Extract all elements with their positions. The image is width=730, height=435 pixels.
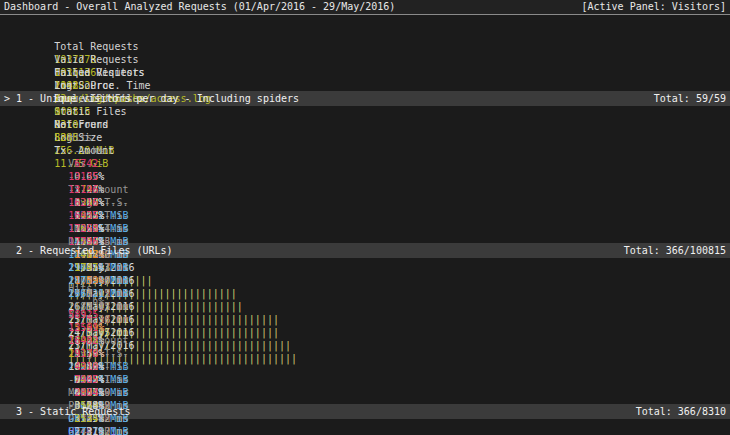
summary-row: Total Requests 1037278 Unique Visitors 1… bbox=[0, 27, 730, 40]
hits-cell: 16216 bbox=[68, 196, 98, 209]
dashboard-title: Dashboard - Overall Analyzed Requests (0… bbox=[4, 0, 395, 14]
hits-cell: 9178 bbox=[68, 347, 98, 360]
visitors-percent-cell: 2.31% bbox=[68, 425, 104, 435]
hits-cell: 4310 bbox=[68, 360, 98, 373]
hits-header: Hits bbox=[68, 131, 98, 144]
active-panel-indicator: [Active Panel: Visitors] bbox=[582, 0, 727, 14]
panel3-total: Total: 366/8310 bbox=[636, 404, 726, 419]
hits-cell: 16035 bbox=[68, 209, 98, 222]
hits-cell: 16482 bbox=[68, 334, 98, 347]
panel1-total: Total: 59/59 bbox=[654, 91, 726, 106]
hits-cell: 58925 bbox=[68, 308, 98, 321]
summary-label: Failed Requests bbox=[54, 66, 144, 79]
hits-cell: 13135 bbox=[68, 170, 98, 183]
summary-overview: Total Requests 1037278 Unique Visitors 1… bbox=[0, 27, 730, 79]
panel3-header[interactable]: 3 - Static Requests Total: 366/8310 bbox=[0, 404, 730, 419]
panel2-title: 2 - Requested Files (URLs) bbox=[4, 243, 173, 258]
hits-header: ----- bbox=[68, 295, 98, 308]
hits-cell: 6742 bbox=[68, 157, 98, 170]
hits-header: Hits bbox=[68, 282, 98, 295]
hits-cell: 17268 bbox=[68, 222, 98, 235]
panel1-title: > 1 - Unique visitors per day - Includin… bbox=[4, 91, 299, 106]
summary-label: Total Requests bbox=[54, 40, 144, 53]
hits-header: ----- bbox=[68, 144, 98, 157]
hits-cell: 13196 bbox=[68, 183, 98, 196]
panel2-total: Total: 366/100815 bbox=[624, 243, 726, 258]
hits-cell: 2884 bbox=[68, 386, 98, 399]
goaccess-dashboard: Dashboard - Overall Analyzed Requests (0… bbox=[0, 0, 730, 435]
panel2-header[interactable]: 2 - Requested Files (URLs) Total: 366/10… bbox=[0, 243, 730, 258]
visitors-cell: 1747 bbox=[68, 261, 98, 274]
panel3-title: 3 - Static Requests bbox=[4, 404, 130, 419]
hits-cell: 7985 bbox=[68, 373, 98, 386]
summary-label: Valid Requests bbox=[54, 53, 144, 66]
title-bar: Dashboard - Overall Analyzed Requests (0… bbox=[0, 0, 730, 15]
hits-cell: 12591 bbox=[68, 321, 98, 334]
panel1-header[interactable]: > 1 - Unique visitors per day - Includin… bbox=[0, 91, 730, 106]
